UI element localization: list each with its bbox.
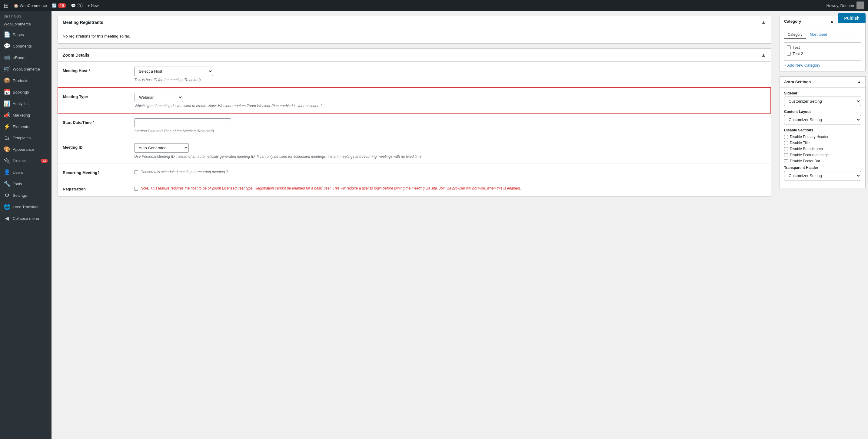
transparent-header-label: Transparent Header [784, 166, 861, 170]
woocommerce-icon: 🛒 [4, 66, 10, 72]
content-layout-select[interactable]: Customizer Setting [784, 115, 861, 125]
sidebar-item-comments[interactable]: 💬 Comments [0, 40, 52, 52]
meeting-type-field: Webinar Meeting Which type of meeting do… [134, 93, 766, 108]
sidebar-setting-label: Sidebar [784, 91, 861, 95]
sidebar-item-loco-translate[interactable]: 🌐 Loco Translate [0, 201, 52, 206]
right-sidebar: Publish Category ▲ Category Most Used Te… [777, 11, 868, 206]
sidebar-item-label: Elementor [13, 125, 31, 129]
analytics-icon: 📊 [4, 100, 10, 107]
disable-breadcrumb-checkbox[interactable] [784, 147, 788, 151]
sidebar-item-elementor[interactable]: ⚡ Elementor [0, 121, 52, 132]
disable-footer-bar-checkbox[interactable] [784, 159, 788, 163]
sidebar-item-users[interactable]: 👤 Users [0, 167, 52, 178]
sidebar-item-analytics[interactable]: 📊 Analytics [0, 98, 52, 109]
meeting-type-hint: Which type of meeting do you want to cre… [134, 104, 766, 108]
list-item: Test [787, 45, 858, 49]
disable-breadcrumb-label: Disable Breadcrumb [790, 147, 823, 151]
sidebar-item-label: Loco Translate [13, 205, 38, 206]
category-tab-category[interactable]: Category [784, 31, 806, 39]
sidebar-item-pages[interactable]: 📄 Pages [0, 29, 52, 40]
sidebar-item-templates[interactable]: 🗂 Templates [0, 132, 52, 143]
registration-field: Note: This feature requires the host to … [134, 185, 766, 191]
sidebar-item-label: eRoom [13, 56, 26, 60]
sidebar-item-products[interactable]: 📦 Products [0, 75, 52, 86]
category-label-test2: Test 2 [793, 52, 803, 56]
zoom-details-title: Zoom Details [63, 53, 89, 58]
sidebar-item-appearance[interactable]: 🎨 Appearance [0, 143, 52, 155]
start-datetime-label: Start Date/Time * [63, 119, 129, 125]
admin-bar-new[interactable]: + New [88, 3, 99, 8]
sidebar-item-label: Marketing [13, 113, 30, 117]
admin-bar-comments[interactable]: 💬 0 [71, 3, 83, 8]
disable-item: Disable Featured Image [784, 153, 861, 157]
category-collapse-icon[interactable]: ▲ [830, 19, 834, 24]
zoom-details-collapse-icon[interactable]: ▲ [761, 53, 766, 58]
registration-checkbox[interactable] [134, 187, 138, 191]
transparent-header-select[interactable]: Customizer Setting [784, 171, 861, 180]
disable-sections-label: Disable Sections [784, 128, 861, 132]
astra-settings-panel: Astra Settings ▲ Sidebar Customizer Sett… [779, 76, 866, 188]
sidebar-item-settings[interactable]: ⚙ Settings [0, 190, 52, 201]
sidebar-item-marketing[interactable]: 📣 Marketing [0, 109, 52, 121]
admin-bar-updates[interactable]: 🔄 18 [52, 3, 66, 8]
sidebar-item-bookings[interactable]: 📅 Bookings [0, 86, 52, 98]
sidebar-setting-select[interactable]: Customizer Setting [784, 97, 861, 106]
sidebar-item-label: Bookings [13, 90, 29, 95]
sidebar-item-label: Products [13, 78, 28, 83]
list-item: Test 2 [787, 52, 858, 56]
meeting-type-highlighted-row: Meeting Type Webinar Meeting Which type … [58, 87, 771, 113]
center-content: Meeting Registrants ▲ No registrations f… [52, 11, 777, 206]
recurring-meeting-row: Recurring Meeting? Convert this schedule… [58, 164, 771, 180]
meeting-host-hint: This is host ID for the meeting (Require… [134, 78, 766, 82]
sidebar-item-label: WooCommerce [13, 67, 40, 71]
sidebar-item-plugins[interactable]: 🔌 Plugins 13 [0, 155, 52, 167]
meeting-id-select[interactable]: Auto Generated Personal Meeting ID [134, 143, 189, 153]
wp-logo-icon[interactable]: ⊞ [4, 2, 9, 9]
sidebar-item-label: Analytics [13, 101, 29, 106]
sidebar-item-label: Appearance [13, 147, 34, 152]
registration-label: Registration [63, 185, 129, 191]
avatar[interactable] [857, 1, 864, 9]
sidebar-item-label: Comments [13, 44, 32, 48]
sidebar-item-woocommerce-label: WooCommerce [0, 20, 52, 29]
meeting-registrants-collapse-icon[interactable]: ▲ [761, 20, 766, 25]
meeting-id-field: Auto Generated Personal Meeting ID Use P… [134, 143, 766, 159]
recurring-meeting-field: Convert this scheduled meeting to recurr… [134, 169, 766, 174]
astra-settings-title: Astra Settings [784, 80, 811, 84]
disable-featured-image-checkbox[interactable] [784, 153, 788, 157]
layout-wrapper: Meeting Registrants ▲ No registrations f… [52, 11, 868, 206]
meeting-id-hint: Use Personal Meeting ID instead of an au… [134, 155, 766, 159]
category-checkbox-test2[interactable] [787, 52, 791, 56]
templates-icon: 🗂 [4, 135, 10, 141]
admin-bar-site-link[interactable]: 🏠 WooCommerce [13, 3, 47, 8]
sidebar-item-label: Tools [13, 182, 22, 186]
no-registrations-text: No registrations for this meeting so far… [63, 34, 766, 38]
category-label-test: Test [793, 45, 800, 49]
sidebar-item-eroom[interactable]: 📹 eRoom [0, 52, 52, 63]
add-new-category-link[interactable]: + Add New Category [784, 63, 820, 68]
category-panel-content: Category Most Used Test Test 2 + Add New… [780, 27, 865, 71]
plugins-icon: 🔌 [4, 158, 10, 164]
elementor-icon: ⚡ [4, 123, 10, 130]
astra-settings-collapse-icon[interactable]: ▲ [857, 80, 861, 84]
marketing-icon: 📣 [4, 112, 10, 119]
category-checkbox-test[interactable] [787, 45, 791, 49]
meeting-host-field: Select a Host This is host ID for the me… [134, 67, 766, 82]
zoom-details-header: Zoom Details ▲ [58, 49, 771, 62]
sidebar-item-woocommerce[interactable]: 🛒 WooCommerce [0, 63, 52, 75]
meeting-type-select[interactable]: Webinar Meeting [134, 93, 183, 102]
users-icon: 👤 [4, 169, 10, 176]
start-datetime-input[interactable]: 2020-08-03 16:00 [134, 119, 231, 127]
disable-primary-header-label: Disable Primary Header [790, 135, 828, 139]
disable-primary-header-checkbox[interactable] [784, 135, 788, 139]
registration-checkbox-row: Note: This feature requires the host to … [134, 186, 766, 191]
recurring-meeting-checkbox[interactable] [134, 170, 138, 174]
category-tab-most-used[interactable]: Most Used [806, 31, 831, 39]
publish-button[interactable]: Publish [838, 13, 866, 23]
sidebar-item-tools[interactable]: 🔧 Tools [0, 178, 52, 190]
meeting-host-select[interactable]: Select a Host [134, 67, 213, 76]
products-icon: 📦 [4, 77, 10, 84]
category-tabs: Category Most Used [784, 31, 861, 39]
registration-row: Registration Note: This feature requires… [58, 180, 771, 196]
disable-title-checkbox[interactable] [784, 141, 788, 145]
